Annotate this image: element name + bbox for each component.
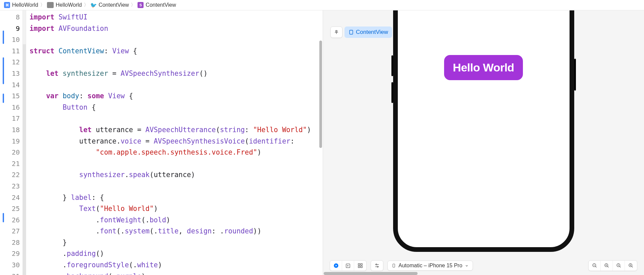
breadcrumb-label: HelloWorld <box>56 2 82 8</box>
code-line[interactable]: var body: some View { <box>30 91 323 102</box>
breadcrumb-item[interactable]: HelloWorld <box>47 2 82 8</box>
code-line[interactable]: .font(.system(.title, design: .rounded)) <box>30 226 323 237</box>
code-line[interactable]: "com.apple.speech.synthesis.voice.Fred") <box>30 147 323 158</box>
code-line[interactable]: Button { <box>30 102 323 113</box>
device-selector[interactable]: Automatic – iPhone 15 Pro <box>387 261 473 271</box>
code-line[interactable] <box>30 57 323 68</box>
main-split: 8910111213141516171819202122232425262728… <box>0 10 644 275</box>
breadcrumb-separator: 〉 <box>84 2 89 8</box>
svg-rect-5 <box>358 266 360 268</box>
code-line[interactable]: synthesizer.speak(utterance) <box>30 169 323 181</box>
folder-icon <box>47 2 54 8</box>
code-line[interactable] <box>30 34 323 46</box>
volume-up-button-mock <box>391 55 393 76</box>
code-text-area[interactable]: import SwiftUIimport AVFoundationstruct … <box>26 10 323 275</box>
breadcrumb-label: HelloWorld <box>12 2 38 8</box>
code-line[interactable]: .background(.purple) <box>30 271 323 275</box>
breadcrumb-item[interactable]: SContentView <box>138 2 176 8</box>
svg-rect-4 <box>361 264 362 265</box>
preview-tag-label: ContentView <box>356 29 388 36</box>
svg-point-13 <box>618 265 619 266</box>
variants-button[interactable] <box>354 261 366 271</box>
svg-point-8 <box>377 266 378 267</box>
line-number-gutter: 8910111213141516171819202122232425262728… <box>5 10 22 275</box>
svg-rect-6 <box>361 266 362 268</box>
breadcrumb-separator: 〉 <box>131 2 136 8</box>
selectable-preview-button[interactable] <box>342 261 354 271</box>
zoom-actual-button[interactable] <box>613 261 625 271</box>
preview-toolbar: Automatic – iPhone 15 Pro <box>323 260 644 271</box>
live-preview-button[interactable] <box>330 261 342 271</box>
vertical-scrollbar[interactable] <box>319 41 322 148</box>
breadcrumb-item[interactable]: 🐦ContentView <box>91 2 129 8</box>
breadcrumb-label: ContentView <box>146 2 176 8</box>
preview-view-tag[interactable]: ContentView <box>344 26 392 38</box>
code-editor[interactable]: 8910111213141516171819202122232425262728… <box>0 10 323 275</box>
hello-world-button[interactable]: Hello World <box>444 55 523 80</box>
struct-icon: S <box>138 2 144 8</box>
code-line[interactable]: let utterance = AVSpeechUtterance(string… <box>30 124 323 136</box>
change-mark <box>3 31 4 44</box>
svg-rect-3 <box>358 264 360 265</box>
horizontal-scrollbar[interactable] <box>324 272 418 275</box>
device-frame: Hello World <box>393 10 574 252</box>
svg-rect-0 <box>350 30 353 34</box>
pin-preview-button[interactable] <box>330 26 342 38</box>
swift-icon: 🐦 <box>91 2 97 8</box>
device-selector-label: Automatic – iPhone 15 Pro <box>398 263 462 269</box>
code-line[interactable]: let synthesizer = AVSpeechSynthesizer() <box>30 68 323 79</box>
change-mark <box>3 57 4 84</box>
code-line[interactable]: } <box>30 237 323 249</box>
breadcrumb-separator: 〉 <box>40 2 45 8</box>
code-line[interactable] <box>30 181 323 192</box>
breadcrumb-item[interactable]: ⌘HelloWorld <box>4 2 38 8</box>
code-line[interactable]: utterance.voice = AVSpeechSynthesisVoice… <box>30 136 323 147</box>
change-mark <box>3 94 4 103</box>
code-line[interactable]: import SwiftUI <box>30 12 323 23</box>
app-content[interactable]: Hello World <box>398 10 570 247</box>
svg-point-7 <box>376 264 377 265</box>
code-line[interactable] <box>30 113 323 124</box>
app-icon: ⌘ <box>4 2 10 8</box>
code-line[interactable] <box>30 79 323 91</box>
breadcrumb-label: ContentView <box>99 2 129 8</box>
change-mark <box>3 213 4 222</box>
code-line[interactable] <box>30 158 323 170</box>
fold-ribbon[interactable] <box>22 10 26 275</box>
zoom-out-button[interactable] <box>589 261 601 271</box>
code-line[interactable]: import AVFoundation <box>30 23 323 35</box>
breadcrumb: ⌘HelloWorld〉HelloWorld〉🐦ContentView〉SCon… <box>0 0 644 10</box>
change-bar <box>0 10 5 275</box>
code-line[interactable]: .padding() <box>30 248 323 260</box>
device-settings-button[interactable] <box>371 261 383 271</box>
zoom-in-button[interactable] <box>625 261 637 271</box>
code-line[interactable]: Text("Hello World") <box>30 203 323 215</box>
preview-canvas: ContentView Hello World <box>323 10 644 275</box>
code-line[interactable]: .fontWeight(.bold) <box>30 215 323 226</box>
code-line[interactable]: .foregroundStyle(.white) <box>30 260 323 271</box>
code-line[interactable]: } label: { <box>30 192 323 204</box>
zoom-fit-button[interactable] <box>601 261 613 271</box>
power-button-mock <box>574 59 576 91</box>
volume-down-button-mock <box>391 82 393 103</box>
svg-rect-9 <box>393 264 395 267</box>
code-line[interactable]: struct ContentView: View { <box>30 46 323 57</box>
chevron-down-icon <box>465 264 469 268</box>
